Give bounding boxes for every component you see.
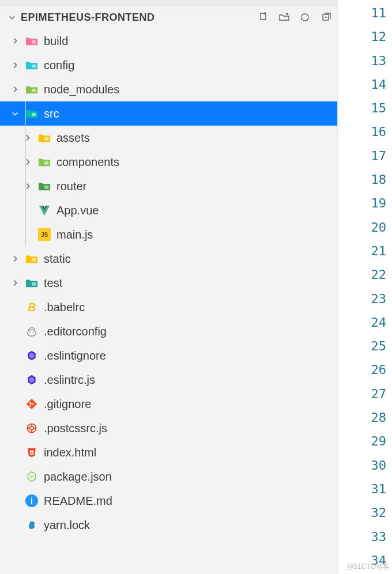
new-file-button[interactable] bbox=[258, 12, 269, 23]
file-explorer: EPIMETHEUS-FRONTEND buildconfignode_modu… bbox=[0, 0, 338, 574]
svg-rect-6 bbox=[44, 161, 48, 165]
chevron-right-icon bbox=[10, 278, 20, 288]
line-number: 18 bbox=[338, 168, 386, 191]
tree-item-router[interactable]: router bbox=[0, 174, 337, 198]
line-number: 16 bbox=[338, 120, 386, 144]
tree-item-main-js[interactable]: JSmain.js bbox=[0, 222, 337, 247]
node-icon: JS bbox=[25, 470, 38, 483]
tree-item-label: index.html bbox=[44, 446, 96, 459]
git-icon bbox=[25, 398, 38, 410]
babel-icon: B bbox=[25, 301, 38, 314]
line-number: 29 bbox=[338, 429, 386, 453]
tree-item--gitignore[interactable]: .gitignore bbox=[0, 392, 337, 416]
tree-item-package-json[interactable]: JSpackage.json bbox=[0, 465, 337, 489]
tree-item-config[interactable]: config bbox=[0, 53, 337, 77]
folder-assets bbox=[38, 131, 51, 144]
tree-item-test[interactable]: test bbox=[0, 271, 337, 295]
line-number: 30 bbox=[338, 454, 386, 477]
editorcfg-icon bbox=[25, 325, 38, 338]
tree-item-app-vue[interactable]: App.vue bbox=[0, 198, 337, 222]
svg-rect-1 bbox=[32, 40, 36, 44]
line-number: 11 bbox=[338, 1, 386, 25]
line-number: 19 bbox=[338, 191, 386, 215]
tree-item-label: components bbox=[56, 156, 119, 169]
chevron-right-icon bbox=[23, 182, 32, 191]
explorer-header[interactable]: EPIMETHEUS-FRONTEND bbox=[0, 6, 337, 29]
vue-icon bbox=[38, 204, 51, 217]
info-icon: i bbox=[25, 494, 38, 507]
tree-item-label: .eslintignore bbox=[44, 349, 106, 362]
tree-item-yarn-lock[interactable]: yarn.lock bbox=[0, 513, 337, 537]
svg-rect-2 bbox=[32, 65, 36, 68]
tree-item-label: package.json bbox=[44, 470, 112, 484]
chevron-down-icon bbox=[7, 13, 17, 22]
tree-item-label: router bbox=[56, 180, 86, 193]
line-number: 31 bbox=[338, 477, 386, 501]
folder-router bbox=[38, 180, 51, 192]
refresh-button[interactable] bbox=[299, 12, 311, 23]
tree-item-label: test bbox=[44, 277, 62, 290]
tree-item--babelrc[interactable]: B.babelrc bbox=[0, 295, 337, 319]
line-number: 22 bbox=[338, 263, 386, 286]
svg-text:JS: JS bbox=[29, 475, 35, 479]
tree-item--eslintrc-js[interactable]: .eslintrc.js bbox=[0, 368, 337, 392]
svg-rect-3 bbox=[32, 89, 36, 92]
folder-static bbox=[25, 252, 38, 265]
line-number: 25 bbox=[338, 334, 386, 358]
line-number: 28 bbox=[338, 406, 386, 429]
tree-item-build[interactable]: build bbox=[0, 29, 337, 53]
folder-test bbox=[25, 277, 38, 289]
folder-comp bbox=[38, 156, 51, 168]
svg-point-10 bbox=[28, 330, 36, 336]
line-number: 21 bbox=[338, 239, 386, 263]
chevron-right-icon bbox=[10, 85, 20, 94]
tree-item-label: .postcssrc.js bbox=[44, 422, 107, 435]
explorer-actions bbox=[258, 12, 331, 23]
tree-item-label: static bbox=[44, 252, 71, 266]
tree-item-components[interactable]: components bbox=[0, 150, 337, 174]
eslint-icon bbox=[25, 349, 38, 362]
chevron-right-icon bbox=[10, 254, 20, 263]
chevron-right-icon bbox=[23, 133, 32, 142]
tab-strip bbox=[0, 0, 337, 6]
postcss-icon bbox=[25, 422, 38, 435]
line-number: 17 bbox=[338, 144, 386, 168]
line-number: 12 bbox=[338, 25, 386, 48]
tree-item-node-modules[interactable]: node_modules bbox=[0, 77, 337, 101]
tree-item-label: node_modules bbox=[44, 83, 119, 96]
svg-point-12 bbox=[33, 332, 34, 333]
folder-src bbox=[25, 107, 38, 120]
file-tree: buildconfignode_modulessrcassetscomponen… bbox=[0, 29, 337, 574]
new-folder-button[interactable] bbox=[278, 12, 290, 23]
tree-item--editorconfig[interactable]: .editorconfig bbox=[0, 319, 337, 343]
html-icon bbox=[25, 446, 38, 459]
collapse-all-button[interactable] bbox=[320, 12, 331, 23]
chevron-right-icon bbox=[10, 36, 20, 46]
tree-item-label: config bbox=[44, 59, 74, 72]
tree-item-static[interactable]: static bbox=[0, 247, 337, 271]
tree-item--postcssrc-js[interactable]: .postcssrc.js bbox=[0, 416, 337, 440]
chevron-down-icon bbox=[10, 109, 20, 118]
tree-item-src[interactable]: src bbox=[0, 101, 337, 126]
tree-item-label: main.js bbox=[56, 228, 93, 241]
tree-item-assets[interactable]: assets bbox=[0, 126, 337, 150]
eslint-icon bbox=[25, 373, 38, 386]
tree-item-readme-md[interactable]: iREADME.md bbox=[0, 489, 337, 513]
svg-rect-7 bbox=[44, 186, 48, 189]
editor-line-gutter: 1112131415161718192021222324252627282930… bbox=[338, 0, 392, 574]
tree-item-index-html[interactable]: index.html bbox=[0, 440, 337, 465]
line-number: 32 bbox=[338, 501, 386, 524]
tree-item-label: .editorconfig bbox=[44, 325, 107, 338]
tree-item-label: .gitignore bbox=[44, 398, 91, 411]
line-number: 26 bbox=[338, 358, 386, 382]
svg-rect-8 bbox=[32, 258, 36, 262]
folder-config bbox=[25, 59, 38, 71]
project-title: EPIMETHEUS-FRONTEND bbox=[21, 12, 254, 24]
tree-item-label: assets bbox=[56, 131, 90, 145]
folder-build bbox=[25, 35, 38, 47]
line-number: 14 bbox=[338, 73, 386, 96]
line-number: 20 bbox=[338, 216, 386, 239]
tree-item--eslintignore[interactable]: .eslintignore bbox=[0, 343, 337, 368]
svg-point-17 bbox=[30, 426, 34, 430]
watermark: @51CTO博客 bbox=[346, 562, 390, 572]
